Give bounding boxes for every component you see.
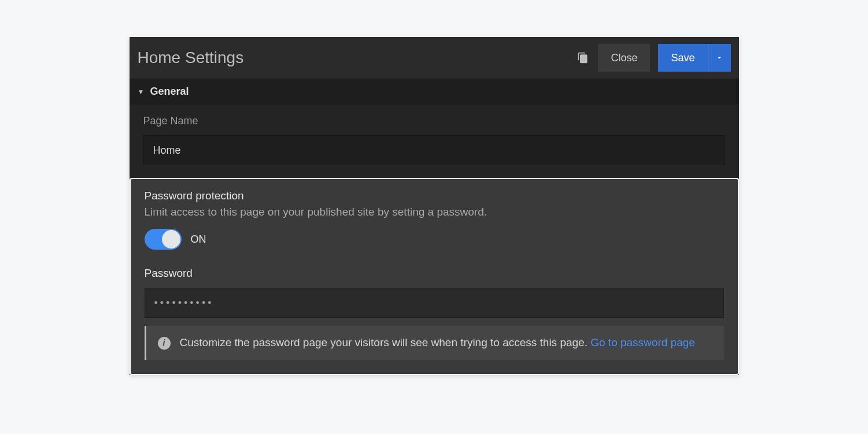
close-button[interactable]: Close: [598, 44, 650, 72]
password-protection-description: Limit access to this page on your publis…: [145, 206, 724, 218]
save-button[interactable]: Save: [658, 44, 707, 72]
copy-icon[interactable]: [576, 51, 590, 65]
section-general-body: Page Name: [130, 105, 739, 177]
password-protection-section: Password protection Limit access to this…: [130, 178, 739, 375]
save-dropdown-caret[interactable]: [708, 44, 731, 72]
page-name-label: Page Name: [143, 115, 725, 127]
chevron-down-icon: [715, 54, 723, 62]
password-toggle-row: ON: [145, 229, 724, 250]
password-protection-title: Password protection: [145, 190, 724, 202]
collapse-triangle-icon: ▼: [138, 88, 145, 96]
save-button-group: Save: [658, 44, 730, 72]
page-name-input[interactable]: [143, 135, 725, 165]
password-info-message: Customize the password page your visitor…: [180, 336, 588, 348]
password-toggle[interactable]: [145, 229, 182, 250]
go-to-password-page-link[interactable]: Go to password page: [590, 336, 695, 348]
panel-title: Home Settings: [138, 49, 577, 67]
header-actions: Close Save: [576, 44, 730, 72]
section-general-header[interactable]: ▼ General: [130, 79, 739, 105]
password-info-text: Customize the password page your visitor…: [180, 335, 712, 351]
panel-header: Home Settings Close Save: [130, 37, 739, 79]
section-general-title: General: [150, 86, 189, 98]
info-icon: i: [158, 337, 171, 350]
password-toggle-state: ON: [191, 233, 206, 246]
toggle-knob: [162, 230, 180, 248]
password-field-label: Password: [145, 267, 724, 280]
settings-panel: Home Settings Close Save ▼ General: [130, 37, 739, 375]
password-info-box: i Customize the password page your visit…: [145, 326, 724, 360]
password-input[interactable]: [145, 288, 724, 318]
